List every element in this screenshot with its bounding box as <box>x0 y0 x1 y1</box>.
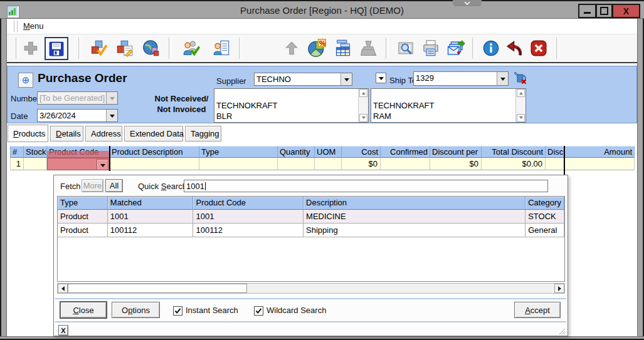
scroll-up-icon[interactable] <box>359 89 367 97</box>
clear-shipto-button[interactable] <box>512 70 529 86</box>
result-cell[interactable]: 1001 <box>108 210 194 224</box>
minimize-button[interactable] <box>578 4 596 18</box>
results-col-product-code[interactable]: Product Code <box>193 197 304 210</box>
col-header-confirmed[interactable]: Confirmed <box>381 146 430 158</box>
resize-grip[interactable] <box>558 326 566 334</box>
dropdown-arrow-icon[interactable] <box>497 72 508 85</box>
edit-order-icon[interactable] <box>115 38 135 58</box>
publish-order-icon[interactable] <box>141 38 161 58</box>
col-header-num[interactable]: # <box>10 146 24 158</box>
accept-button[interactable]: Accept <box>514 302 561 318</box>
pie-chart-icon[interactable]: % <box>307 38 327 58</box>
options-button[interactable]: Options <box>112 302 160 318</box>
grid-view-icon[interactable] <box>333 38 353 58</box>
upload-icon[interactable] <box>282 38 302 58</box>
tab-address[interactable]: Address <box>85 126 122 142</box>
uom-cell[interactable] <box>315 158 342 170</box>
scroll-left-icon[interactable] <box>58 284 68 293</box>
print-icon[interactable] <box>421 38 441 58</box>
result-row-2[interactable]: Product 100112 100112 Shipping General <box>58 224 564 237</box>
shipto-mini-dropdown-button[interactable] <box>376 73 386 83</box>
fetch-more-button[interactable]: More <box>82 179 103 192</box>
col-header-type[interactable]: Type <box>199 146 278 158</box>
results-col-type[interactable]: Type <box>58 197 108 210</box>
exit-icon[interactable] <box>529 38 549 58</box>
scroll-down-icon[interactable] <box>517 114 525 122</box>
scroll-down-icon[interactable] <box>359 114 367 122</box>
col-header-disc[interactable]: Disc <box>546 146 564 158</box>
col-header-discount-per[interactable]: Discount per <box>430 146 482 158</box>
approve-supplier-icon[interactable] <box>181 38 201 58</box>
result-cell[interactable]: 100112 <box>108 224 194 237</box>
result-cell[interactable]: Shipping <box>304 224 525 237</box>
scroll-right-icon[interactable] <box>554 284 564 293</box>
email-icon[interactable] <box>446 38 466 58</box>
quantity-cell[interactable] <box>278 158 315 170</box>
quick-search-input[interactable]: 1001 <box>184 180 548 192</box>
result-cell[interactable]: MEDICINE <box>304 210 525 224</box>
product-code-cell[interactable] <box>47 158 110 170</box>
result-cell[interactable]: General <box>525 224 564 237</box>
shipto-address-scrollbar[interactable] <box>515 89 525 122</box>
total-discount-cell[interactable]: $0.00 <box>482 158 546 170</box>
fetch-all-button[interactable]: All <box>105 179 123 192</box>
amount-cell[interactable] <box>564 158 635 170</box>
stamp-icon[interactable] <box>358 38 378 58</box>
result-cell[interactable]: Product <box>58 224 108 237</box>
product-description-cell[interactable] <box>110 158 199 170</box>
add-icon[interactable] <box>21 38 41 58</box>
connection-bar-tab[interactable] <box>453 0 482 6</box>
result-cell[interactable]: 1001 <box>193 210 304 224</box>
row-num-cell[interactable]: 1 <box>10 158 24 170</box>
result-row-1[interactable]: Product 1001 1001 MEDICINE STOCK <box>58 210 564 224</box>
close-window-button[interactable]: X <box>612 4 640 18</box>
col-header-product-description[interactable]: Product Description <box>110 146 199 158</box>
tab-details[interactable]: Details <box>50 126 83 142</box>
scroll-up-icon[interactable] <box>517 89 525 97</box>
dropdown-arrow-icon[interactable] <box>106 110 117 121</box>
shipto-address-textarea[interactable]: TECHNOKRAFT RAM 4TH CROSS MARATHALLI <box>371 88 526 123</box>
tab-tagging[interactable]: Tagging <box>185 126 221 142</box>
horizontal-scrollbar[interactable] <box>57 283 565 294</box>
dropdown-arrow-icon[interactable] <box>340 73 352 85</box>
menubar-grip[interactable] <box>14 21 18 32</box>
expand-header-button[interactable]: ⊕ <box>18 73 33 88</box>
cost-cell[interactable]: $0 <box>342 158 381 170</box>
popup-close-x-button[interactable]: X <box>58 325 68 336</box>
product-code-dropdown-button[interactable] <box>97 159 108 170</box>
col-header-amount[interactable]: Amount <box>564 146 635 158</box>
result-cell[interactable]: Product <box>58 210 108 224</box>
menu-item-menu[interactable]: Menu <box>23 21 44 31</box>
supplier-address-scrollbar[interactable] <box>358 89 368 122</box>
scrollbar-thumb[interactable] <box>68 284 247 293</box>
col-header-cost[interactable]: Cost <box>342 146 381 158</box>
stock-cell[interactable] <box>24 158 47 170</box>
print-preview-icon[interactable] <box>396 38 416 58</box>
submit-order-icon[interactable] <box>88 38 108 58</box>
save-button[interactable] <box>45 37 68 60</box>
supplier-combobox[interactable]: TECHNO <box>254 73 352 86</box>
discount-per-cell[interactable]: $0 <box>430 158 482 170</box>
result-cell[interactable]: STOCK <box>525 210 564 224</box>
maximize-button[interactable] <box>596 4 613 18</box>
col-header-total-discount[interactable]: Total Discount <box>482 146 546 158</box>
results-col-matched[interactable]: Matched <box>108 197 194 210</box>
tab-extended-data[interactable]: Extended Data <box>124 126 183 142</box>
col-header-uom[interactable]: UOM <box>315 146 342 158</box>
tab-products[interactable]: Products <box>8 125 48 142</box>
order-number-combobox[interactable]: [To be Generated] <box>37 91 118 105</box>
supplier-address-textarea[interactable]: TECHNOKRAFT BLR KARNATAKA <box>214 88 369 123</box>
result-cell[interactable]: 100112 <box>193 224 304 237</box>
results-col-description[interactable]: Description <box>304 197 525 210</box>
undo-icon[interactable] <box>504 38 524 58</box>
instant-search-checkbox[interactable] <box>173 306 182 316</box>
confirmed-cell[interactable] <box>381 158 430 170</box>
supplier-details-icon[interactable] <box>211 38 231 58</box>
col-header-quantity[interactable]: Quantity <box>278 146 315 158</box>
dropdown-arrow-icon[interactable] <box>106 92 117 104</box>
wildcard-search-checkbox[interactable] <box>254 306 263 316</box>
shipto-combobox[interactable]: 1329 <box>413 71 509 86</box>
results-col-category[interactable]: Category <box>525 197 564 210</box>
disc-cell[interactable] <box>546 158 564 170</box>
close-button[interactable]: Close <box>60 302 107 318</box>
